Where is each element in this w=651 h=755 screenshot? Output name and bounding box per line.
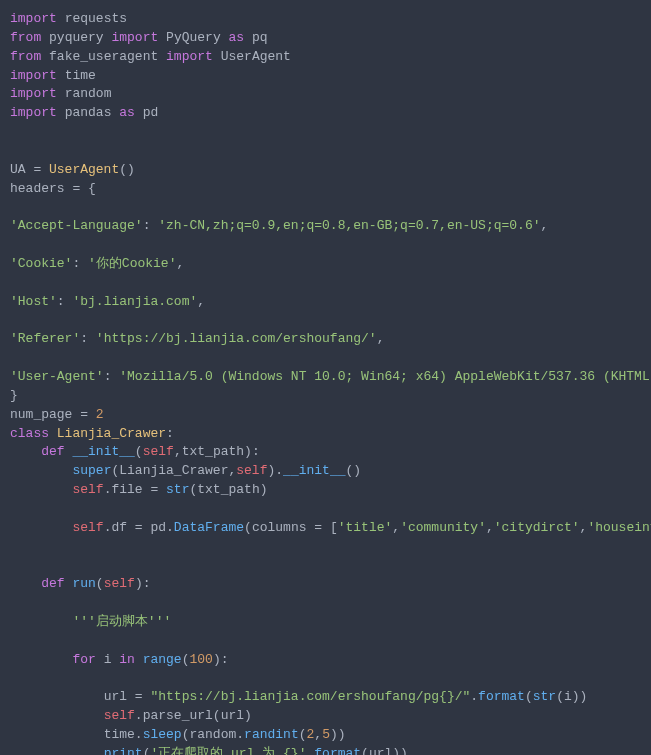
- comma: ,: [314, 727, 322, 742]
- comma: ,: [176, 256, 184, 271]
- mod: requests: [65, 11, 127, 26]
- txt: [158, 49, 166, 64]
- classname: Lianjia_Crawer: [49, 426, 166, 441]
- comma: ,: [486, 520, 494, 535]
- txt: .file =: [104, 482, 166, 497]
- txt: [57, 86, 65, 101]
- comma: ,: [197, 294, 205, 309]
- val: 'zh-CN,zh;q=0.9,en;q=0.8,en-GB;q=0.7,en-…: [158, 218, 540, 233]
- txt: ).: [267, 463, 283, 478]
- alias: pq: [252, 30, 268, 45]
- fn: __init__: [283, 463, 345, 478]
- colon: :: [72, 256, 88, 271]
- kw-def: def: [41, 576, 64, 591]
- paren: (Lianjia_Crawer,: [111, 463, 236, 478]
- str: 'community': [400, 520, 486, 535]
- paren: (: [135, 444, 143, 459]
- docstring: '''启动脚本''': [72, 614, 171, 629]
- fn: DataFrame: [174, 520, 244, 535]
- kw-from: from: [10, 30, 41, 45]
- kw-in: in: [119, 652, 135, 667]
- str: "https://bj.lianjia.com/ershoufang/pg{}/…: [150, 689, 470, 704]
- var: num_page: [10, 407, 72, 422]
- self: self: [104, 576, 135, 591]
- kw-import: import: [111, 30, 158, 45]
- txt: [244, 30, 252, 45]
- params: ,txt_path):: [174, 444, 260, 459]
- mod: fake_useragent: [49, 49, 158, 64]
- txt: .parse_url(url): [135, 708, 252, 723]
- paren: (url)): [361, 746, 408, 755]
- kw-class: class: [10, 426, 49, 441]
- num: 2: [96, 407, 104, 422]
- str: '正在爬取的 url 为 {}': [150, 746, 306, 755]
- fnname: __init__: [65, 444, 135, 459]
- comma: ,: [541, 218, 549, 233]
- key: 'Host': [10, 294, 57, 309]
- paren: (: [299, 727, 307, 742]
- paren: )): [330, 727, 346, 742]
- key: 'Cookie': [10, 256, 72, 271]
- alias: pd: [143, 105, 159, 120]
- mod: pyquery: [49, 30, 104, 45]
- self: self: [104, 708, 135, 723]
- colon: :: [104, 369, 120, 384]
- colon: :: [166, 426, 174, 441]
- val: 'Mozilla/5.0 (Windows NT 10.0; Win64; x6…: [119, 369, 651, 384]
- txt: [213, 49, 221, 64]
- comma: ,: [392, 520, 400, 535]
- fn-print: print: [104, 746, 143, 755]
- val: 'https://bj.lianjia.com/ershoufang/': [96, 331, 377, 346]
- txt: [41, 30, 49, 45]
- paren: (random.: [182, 727, 244, 742]
- comma: ,: [377, 331, 385, 346]
- paren: (: [96, 576, 104, 591]
- fnname: run: [65, 576, 96, 591]
- txt: time.: [104, 727, 143, 742]
- mod: time: [65, 68, 96, 83]
- fn: super: [72, 463, 111, 478]
- num: 100: [189, 652, 212, 667]
- paren: (txt_path): [189, 482, 267, 497]
- kw-import: import: [10, 105, 57, 120]
- str: 'houseinfo': [587, 520, 651, 535]
- kw-for: for: [72, 652, 95, 667]
- paren: (i)): [556, 689, 587, 704]
- var: url =: [104, 689, 151, 704]
- fn: format: [478, 689, 525, 704]
- fn: str: [533, 689, 556, 704]
- txt: [57, 105, 65, 120]
- kw-import: import: [10, 11, 57, 26]
- val: '你的Cookie': [88, 256, 176, 271]
- fn: format: [314, 746, 361, 755]
- txt: .df = pd.: [104, 520, 174, 535]
- key: 'Accept-Language': [10, 218, 143, 233]
- num: 5: [322, 727, 330, 742]
- self: self: [143, 444, 174, 459]
- var: headers: [10, 181, 65, 196]
- cls: UserAgent: [49, 162, 119, 177]
- fn: randint: [244, 727, 299, 742]
- kw-import: import: [10, 68, 57, 83]
- dot: .: [470, 689, 478, 704]
- var: UA: [10, 162, 26, 177]
- kw-import: import: [10, 86, 57, 101]
- name: UserAgent: [221, 49, 291, 64]
- name: PyQuery: [166, 30, 221, 45]
- fn: str: [166, 482, 189, 497]
- paren: ):: [213, 652, 229, 667]
- txt: [57, 11, 65, 26]
- str: 'title': [338, 520, 393, 535]
- kw-as: as: [229, 30, 245, 45]
- txt: [57, 68, 65, 83]
- kw-def: def: [41, 444, 64, 459]
- colon: :: [57, 294, 73, 309]
- str: 'citydirct': [494, 520, 580, 535]
- kw-as: as: [119, 105, 135, 120]
- paren: (): [119, 162, 135, 177]
- brace: }: [10, 388, 18, 403]
- op: = {: [65, 181, 96, 196]
- val: 'bj.lianjia.com': [72, 294, 197, 309]
- txt: [135, 105, 143, 120]
- var: i: [96, 652, 119, 667]
